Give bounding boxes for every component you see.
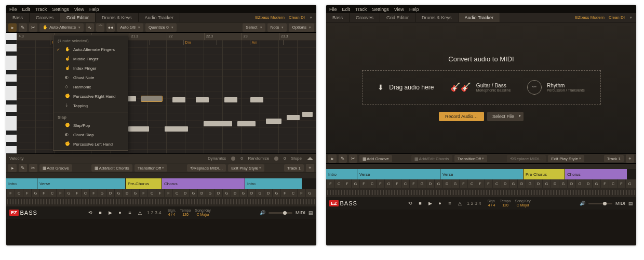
chord-cell[interactable]: G — [305, 189, 314, 197]
midi-label[interactable]: MIDI — [615, 201, 625, 206]
midi-note[interactable] — [287, 115, 300, 120]
chord-cell[interactable]: G — [114, 189, 123, 197]
midi-note[interactable] — [250, 97, 263, 102]
rhythm-option[interactable]: 〰 RhythmPercussion / Transients — [527, 80, 585, 95]
midi-note[interactable] — [237, 121, 256, 126]
chord-cell[interactable]: C — [172, 189, 181, 197]
tab-drums-keys[interactable]: Drums & Keys — [415, 13, 459, 22]
song-part[interactable]: Chorus — [565, 169, 627, 179]
ctx-slap-pop[interactable]: ✊Slap/Pop — [53, 121, 128, 130]
chord-cell[interactable]: G — [272, 189, 280, 197]
chord-cell[interactable]: F — [376, 179, 384, 188]
pointer-icon[interactable]: ▸ — [8, 164, 17, 172]
chord-cell[interactable]: F — [6, 189, 15, 197]
preset-selector[interactable]: EZbass Modern Clean DI ▾ — [251, 13, 316, 22]
tempo-value[interactable]: 120 — [502, 203, 508, 207]
tab-audio-tracker[interactable]: Audio Tracker — [459, 13, 501, 22]
menu-file[interactable]: File — [9, 7, 17, 12]
ctx-perc-right[interactable]: ✊Percussive Right Hand — [53, 92, 128, 101]
midi-note[interactable] — [224, 97, 237, 102]
curve-tool-icon[interactable]: ∿ — [86, 23, 94, 32]
arrange-ruler[interactable] — [326, 164, 636, 169]
chord-cell[interactable]: F — [23, 189, 31, 197]
menu-file[interactable]: File — [329, 7, 337, 12]
chord-cell[interactable]: C — [15, 189, 23, 197]
key-value[interactable]: C Major — [196, 213, 209, 217]
menu-view[interactable]: View — [74, 7, 84, 12]
speaker-icon[interactable]: 🔊 — [260, 210, 265, 215]
arrangement-view[interactable]: IntroVerseVersePre-ChorusChorus FCFGFCFG… — [326, 164, 636, 197]
stop-icon[interactable]: ■ — [416, 200, 424, 207]
tab-grid-editor[interactable]: Grid Editor — [60, 13, 96, 22]
chord-cell[interactable]: G — [351, 179, 359, 188]
transition-dropdown[interactable]: Transition Off▾ — [454, 155, 487, 162]
chord-cell[interactable]: D — [426, 179, 434, 188]
track-selector[interactable]: Track 1 — [604, 155, 624, 162]
midi-note[interactable] — [302, 112, 313, 117]
record-icon[interactable]: ● — [116, 209, 124, 216]
chord-cell[interactable]: F — [393, 179, 401, 188]
sign-value[interactable]: 4 / 4 — [488, 203, 495, 207]
song-part[interactable]: Intro — [245, 178, 302, 189]
chord-cell[interactable]: F — [484, 179, 492, 188]
ctx-auto-alternate[interactable]: ✓✋Auto-Alternate Fingers — [53, 45, 128, 54]
edit-play-style-button[interactable]: Edit Play Style▾ — [228, 164, 264, 172]
add-groove-button[interactable]: ▦ Add Groove — [359, 155, 392, 162]
chord-track[interactable]: FCFGFCFGFCFGDGDGFCFFCDGDGDGDGDGDGFCFG — [326, 179, 636, 188]
song-part[interactable]: Verse — [440, 169, 524, 179]
menu-help[interactable]: Help — [89, 7, 99, 12]
tab-bass[interactable]: Bass — [6, 13, 30, 22]
chord-cell[interactable]: F — [476, 179, 484, 188]
ctx-middle-finger[interactable]: ☝Middle Finger — [53, 54, 128, 63]
chord-cell[interactable]: F — [343, 179, 351, 188]
midi-note-selected[interactable] — [141, 96, 162, 101]
menu-edit[interactable]: Edit — [342, 7, 351, 12]
midi-note[interactable] — [196, 97, 209, 102]
guitar-bass-option[interactable]: 🎸🎸 Guitar / BassMonophonic Bassline — [450, 82, 511, 92]
menu-track[interactable]: Track — [355, 7, 367, 12]
chord-cell[interactable]: F — [617, 179, 625, 188]
chord-cell[interactable]: G — [222, 189, 231, 197]
tempo-value[interactable]: 120 — [182, 213, 189, 217]
menu-track[interactable]: Track — [35, 7, 47, 12]
midi-note[interactable] — [204, 121, 232, 126]
chord-cell[interactable]: C — [48, 189, 56, 197]
play-icon[interactable]: ▶ — [426, 200, 434, 207]
chord-cell[interactable]: G — [131, 189, 139, 197]
chord-cell[interactable]: G — [418, 179, 426, 188]
pointer-tool-icon[interactable]: ▸ — [8, 23, 17, 32]
chord-cell[interactable]: F — [139, 189, 147, 197]
chord-cell[interactable]: G — [451, 179, 459, 188]
stop-icon[interactable]: ■ — [96, 209, 104, 216]
chord-cell[interactable]: F — [164, 189, 172, 197]
tab-drums-keys[interactable]: Drums & Keys — [96, 13, 139, 22]
chord-cell[interactable]: D — [517, 179, 526, 188]
chord-cell[interactable]: F — [359, 179, 368, 188]
chord-cell[interactable]: C — [368, 179, 376, 188]
chord-cell[interactable]: G — [239, 189, 247, 197]
cut-icon[interactable]: ✂ — [349, 154, 357, 163]
preset-selector[interactable]: EZbass Modern Clean DI ▾ — [571, 13, 636, 22]
chord-cell[interactable]: F — [56, 189, 64, 197]
loop-icon[interactable]: ⟲ — [86, 209, 95, 216]
ctx-ghost-slap[interactable]: ◐Ghost Slap — [53, 130, 128, 139]
metronome-icon[interactable]: △ — [455, 200, 464, 207]
mute-tool-icon[interactable]: ●● — [106, 23, 115, 32]
chord-cell[interactable]: D — [534, 179, 542, 188]
add-chords-button[interactable]: ▦ Add/Edit Chords — [411, 155, 452, 162]
chord-cell[interactable]: C — [401, 179, 409, 188]
chord-cell[interactable]: G — [31, 189, 39, 197]
chord-cell[interactable]: F — [280, 189, 289, 197]
dynamics-knob[interactable] — [231, 157, 235, 161]
chord-cell[interactable]: G — [189, 189, 197, 197]
follow-icon[interactable]: ≡ — [446, 200, 454, 207]
arrangement-view[interactable]: IntroVersePre-ChorusChorusIntro FCFGFCFG… — [6, 173, 316, 206]
articulation-dropdown[interactable]: ✋ Auto-Alternate ▾ — [39, 23, 84, 32]
chord-cell[interactable]: D — [214, 189, 222, 197]
chord-cell[interactable]: F — [409, 179, 418, 188]
chord-cell[interactable]: C — [492, 179, 501, 188]
track-selector[interactable]: Track 1 — [284, 164, 304, 172]
chord-cell[interactable]: D — [264, 189, 272, 197]
chord-cell[interactable]: G — [559, 179, 567, 188]
menu-edit[interactable]: Edit — [22, 7, 31, 12]
